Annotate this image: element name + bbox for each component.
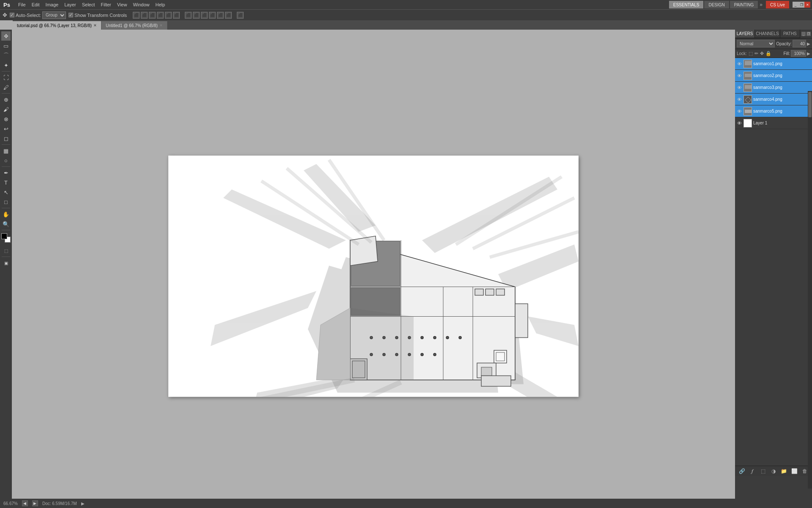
menu-view[interactable]: View <box>114 1 130 8</box>
layer-style-icon[interactable]: 𝒇 <box>749 468 756 475</box>
restore-button[interactable]: ❐ <box>798 2 804 8</box>
menu-help[interactable]: Help <box>153 1 168 8</box>
lasso-tool[interactable]: ⌒ <box>1 51 11 60</box>
menu-window[interactable]: Window <box>130 1 152 8</box>
layer-item-3[interactable]: 👁 sanmarco3.png <box>735 82 812 94</box>
next-frame-button[interactable]: ▶ <box>32 500 38 506</box>
brush-tool[interactable]: 🖌 <box>1 105 11 114</box>
align-left-icon[interactable]: ⬛ <box>133 12 140 19</box>
menu-filter[interactable]: Filter <box>98 1 114 8</box>
fill-input[interactable] <box>791 50 806 57</box>
history-brush-tool[interactable]: ↩ <box>1 124 11 133</box>
pen-tool[interactable]: ✒ <box>1 168 11 177</box>
layer-item-5[interactable]: 👁 sanmarco5.png <box>735 105 812 117</box>
auto-align-icon[interactable]: ⬛ <box>237 12 244 19</box>
distribute-center-v-icon[interactable]: ⬛ <box>217 12 224 19</box>
eyedropper-tool[interactable]: 🖊 <box>1 83 11 92</box>
gradient-tool[interactable]: ▦ <box>1 146 11 155</box>
link-layers-icon[interactable]: 🔗 <box>738 468 745 475</box>
layer-thumb-6 <box>743 119 752 127</box>
layer-eye-4[interactable]: 👁 <box>736 97 742 102</box>
align-bottom-icon[interactable]: ⬛ <box>173 12 180 19</box>
layer-eye-6[interactable]: 👁 <box>736 120 742 126</box>
eraser-tool[interactable]: ◻ <box>1 134 11 143</box>
crop-tool[interactable]: ⛶ <box>1 73 11 82</box>
clone-stamp-tool[interactable]: ⊗ <box>1 114 11 124</box>
screen-mode-tool[interactable]: ▣ <box>1 258 11 268</box>
tab-layers[interactable]: LAYERS <box>735 30 755 38</box>
distribute-bottom-icon[interactable]: ⬛ <box>225 12 232 19</box>
magic-wand-tool[interactable]: ✦ <box>1 61 11 70</box>
zoom-tool[interactable]: 🔍 <box>1 219 11 229</box>
layer-eye-5[interactable]: 👁 <box>736 108 742 114</box>
path-selection-tool[interactable]: ↖ <box>1 188 11 197</box>
minimize-button[interactable]: _ <box>793 2 798 8</box>
panel-scrollbar[interactable] <box>808 91 812 489</box>
scrollbar-thumb[interactable] <box>808 92 812 117</box>
workspace-painting[interactable]: PAINTING <box>730 1 758 8</box>
distribute-left-icon[interactable]: ⬛ <box>185 12 192 19</box>
tab-paths[interactable]: PATHS <box>780 30 800 38</box>
tab-untitled-close[interactable]: ✕ <box>159 23 163 28</box>
tab-tutorial[interactable]: tutorial.psd @ 66.7% (Layer 13, RGB/8) ✕ <box>13 21 102 30</box>
auto-select-dropdown[interactable]: Group <box>42 11 66 19</box>
healing-tool[interactable]: ⊕ <box>1 95 11 104</box>
lock-brush-icon[interactable]: ✏ <box>754 51 758 56</box>
opacity-arrow[interactable]: ▶ <box>807 41 810 46</box>
lock-all-icon[interactable]: 🔒 <box>765 51 771 56</box>
canvas-drawing <box>168 156 579 397</box>
layer-item-6[interactable]: 👁 Layer 1 <box>735 117 812 129</box>
dodge-tool[interactable]: ○ <box>1 156 11 165</box>
tab-channels[interactable]: CHANNELS <box>755 30 780 38</box>
workspace-essentials[interactable]: ESSENTIALS <box>669 1 704 8</box>
hand-tool[interactable]: ✋ <box>1 210 11 219</box>
new-layer-icon[interactable]: ⬜ <box>791 468 798 475</box>
layer-item-4[interactable]: 👁 sanmarco4.png <box>735 94 812 105</box>
distribute-center-h-icon[interactable]: ⬛ <box>193 12 200 19</box>
layer-eye-1[interactable]: 👁 <box>736 61 742 67</box>
fill-arrow[interactable]: ▶ <box>807 51 810 56</box>
shape-tool[interactable]: □ <box>1 197 11 207</box>
menu-layer[interactable]: Layer <box>61 1 79 8</box>
close-button[interactable]: ✕ <box>804 2 810 8</box>
status-arrow[interactable]: ▶ <box>81 501 85 506</box>
menu-edit[interactable]: Edit <box>29 1 43 8</box>
layer-thumb-5 <box>743 107 752 116</box>
lock-move-icon[interactable]: ✥ <box>760 51 764 56</box>
layer-name-2: sanmarco2.png <box>753 73 811 78</box>
layer-eye-3[interactable]: 👁 <box>736 85 742 91</box>
tab-untitled[interactable]: Untitled1 @ 66.7% (RGB/8) ✕ <box>102 21 167 30</box>
foreground-color[interactable] <box>1 233 7 239</box>
tab-tutorial-close[interactable]: ✕ <box>93 23 97 28</box>
new-group-icon[interactable]: 📁 <box>781 468 787 475</box>
move-tool[interactable]: ✥ <box>1 31 11 41</box>
menu-image[interactable]: Image <box>43 1 62 8</box>
distribute-top-icon[interactable]: ⬛ <box>209 12 216 19</box>
align-right-icon[interactable]: ⬛ <box>149 12 156 19</box>
workspace-design[interactable]: DESIGN <box>704 1 729 8</box>
align-center-h-icon[interactable]: ⬛ <box>141 12 148 19</box>
layer-mask-icon[interactable]: ⬚ <box>760 468 766 475</box>
show-transform-checkbox[interactable]: ✓ <box>69 13 73 17</box>
layer-item-2[interactable]: 👁 sanmarco2.png <box>735 70 812 82</box>
menu-select[interactable]: Select <box>79 1 98 8</box>
align-center-v-icon[interactable]: ⬛ <box>165 12 172 19</box>
tool-divider-7 <box>2 257 10 257</box>
prev-frame-button[interactable]: ◀ <box>22 500 28 506</box>
layer-item-1[interactable]: 👁 sanmarco1.png <box>735 58 812 70</box>
cs-live-button[interactable]: CS Live <box>766 1 789 8</box>
layer-eye-2[interactable]: 👁 <box>736 73 742 79</box>
menu-file[interactable]: File <box>15 1 29 8</box>
distribute-right-icon[interactable]: ⬛ <box>201 12 208 19</box>
panel-restore[interactable]: ❐ <box>807 32 811 36</box>
auto-select-checkbox[interactable]: ✓ <box>10 13 14 17</box>
type-tool[interactable]: T <box>1 178 11 187</box>
marquee-tool[interactable]: ▭ <box>1 41 11 50</box>
lock-transparent-icon[interactable]: ⬚ <box>749 51 753 56</box>
adjustment-layer-icon[interactable]: ◑ <box>770 468 777 475</box>
blend-mode-select[interactable]: Normal <box>737 40 775 47</box>
opacity-input[interactable] <box>793 40 806 47</box>
panel-minimize[interactable]: _ <box>801 32 806 36</box>
align-top-icon[interactable]: ⬛ <box>157 12 164 19</box>
quick-mask-tool[interactable]: ⬚ <box>1 246 11 255</box>
